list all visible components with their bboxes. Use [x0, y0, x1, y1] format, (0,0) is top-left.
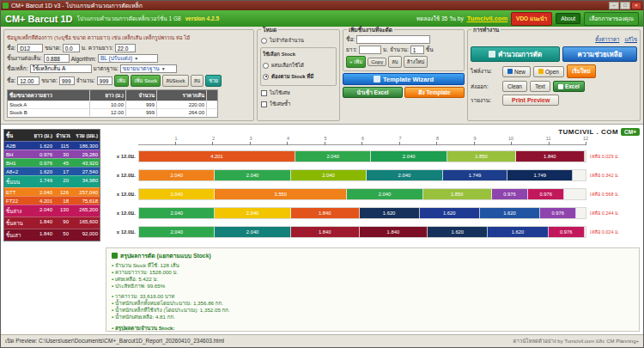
- piece-row[interactable]: A2B1.620115186,300: [4, 141, 100, 150]
- piece-qty-input[interactable]: [410, 46, 424, 54]
- table-row[interactable]: Stock A10.00999220.00: [8, 101, 217, 108]
- piece-add-button[interactable]: + เพิ่ม: [346, 56, 366, 68]
- bar-segment[interactable]: 1.840: [516, 151, 585, 162]
- steel-length-input[interactable]: [115, 44, 136, 52]
- checkbox-icon[interactable]: [261, 101, 267, 107]
- bar-segment[interactable]: 0.976: [549, 227, 585, 237]
- standard-select[interactable]: ขยายมาตรฐาน ▼: [120, 64, 177, 73]
- no-scrap-option[interactable]: ไม่ใช้เศษ: [261, 89, 336, 97]
- reuse-scrap-option[interactable]: ใช้เศษซ้ำ: [261, 100, 336, 108]
- bar-segment[interactable]: 2.040: [215, 227, 290, 237]
- vdo-button[interactable]: VDO แนะนำ: [511, 12, 552, 26]
- bar-segment[interactable]: 2.040: [139, 208, 215, 218]
- mode-option-mixed[interactable]: ผสมเลือกใช้ได้: [263, 61, 334, 70]
- piece-clear-button[interactable]: ล้างใหม่: [404, 56, 428, 68]
- mode-option-strict[interactable]: ต้องตาม Stock ที่มี: [263, 72, 334, 81]
- minimize-button[interactable]: –: [609, 2, 619, 9]
- bar-segment[interactable]: 0.976: [540, 208, 576, 218]
- steel-name-input[interactable]: [17, 44, 43, 52]
- template-wizard-button[interactable]: Template Wizard: [343, 73, 465, 85]
- text-export-button[interactable]: Text: [530, 81, 550, 92]
- add-stock-button[interactable]: เพิ่ม Stock: [131, 75, 161, 87]
- bar-segment[interactable]: 2.040: [215, 208, 290, 218]
- reset-button[interactable]: เริ่มใหม่: [567, 64, 596, 78]
- stock-qty-input[interactable]: [97, 76, 112, 85]
- about-button[interactable]: About: [556, 13, 580, 24]
- bar-segment[interactable]: 1.620: [360, 208, 420, 218]
- pull-template-button[interactable]: ดึง Template: [404, 87, 465, 98]
- piece-row[interactable]: ชิ้นล่าง2.040130265,200: [4, 205, 100, 217]
- piece-row[interactable]: BH10.9764543,920: [4, 158, 100, 167]
- price-settings-link[interactable]: ตั้งค่าราคา: [595, 35, 619, 44]
- bar-segment[interactable]: 2.040: [139, 170, 215, 180]
- bar-track[interactable]: 2.0403.5502.0401.8500.9760.976: [138, 188, 586, 200]
- bar-track[interactable]: 2.0402.0401.8401.8401.6201.6200.976: [138, 226, 586, 238]
- piece-row[interactable]: FT224.2011875,618: [4, 196, 100, 205]
- print-preview-button[interactable]: Print Preview: [502, 95, 559, 106]
- open-button[interactable]: Open: [533, 66, 564, 77]
- radio-icon[interactable]: [263, 63, 269, 69]
- piece-row[interactable]: ชิ้นคาน1.84090165,600: [4, 217, 100, 229]
- piece-delete-button[interactable]: ลบ: [388, 56, 402, 68]
- bar-segment[interactable]: 0.976: [528, 189, 564, 199]
- edit-link[interactable]: แก้ไข: [624, 35, 637, 44]
- bar-segment[interactable]: 1.749: [507, 170, 573, 180]
- piece-copy-button[interactable]: Copy: [368, 58, 386, 66]
- bar-segment[interactable]: 1.620: [480, 208, 540, 218]
- stock-name-input[interactable]: [17, 76, 39, 85]
- close-button[interactable]: ×: [631, 2, 641, 9]
- piece-row[interactable]: ชิ้นเสา1.8405092,000: [4, 229, 100, 241]
- bar-segment[interactable]: 4.201: [139, 151, 295, 162]
- bar-segment[interactable]: 3.550: [215, 189, 347, 199]
- new-button[interactable]: New: [502, 66, 531, 77]
- bar-segment[interactable]: 1.620: [428, 227, 488, 237]
- piece-row[interactable]: BH0.9763029,280: [4, 150, 100, 158]
- bar-track[interactable]: 2.0402.0402.0402.0401.7491.749: [138, 169, 586, 181]
- steel-size-input[interactable]: [63, 44, 80, 52]
- table-row[interactable]: Stock B12.00999264.00: [8, 108, 217, 116]
- clean-button[interactable]: Clean: [502, 81, 527, 92]
- steel-group-input[interactable]: [30, 64, 92, 73]
- piece-name-input[interactable]: [356, 35, 430, 44]
- piece-row[interactable]: ETT2.040126257,040: [4, 187, 100, 196]
- bar-segment[interactable]: 1.620: [488, 227, 548, 237]
- bar-segment[interactable]: 0.976: [492, 189, 528, 199]
- radio-selected-icon[interactable]: [263, 74, 269, 80]
- bar-segment[interactable]: 1.850: [447, 151, 516, 162]
- bar-segment[interactable]: 1.749: [443, 170, 508, 180]
- checkbox-icon[interactable]: [261, 90, 267, 96]
- bar-segment[interactable]: 2.040: [139, 189, 215, 199]
- help-big-button[interactable]: ความช่วยเหลือ: [562, 46, 637, 62]
- cm-plus-badge[interactable]: CM+: [621, 128, 640, 136]
- calculate-button[interactable]: คำนวณการตัด: [471, 46, 560, 62]
- bar-segment[interactable]: 2.040: [371, 151, 447, 162]
- excel-export-button[interactable]: Excel: [553, 81, 585, 92]
- bar-segment[interactable]: 2.040: [291, 170, 367, 180]
- help-button[interactable]: ช่วย: [205, 75, 222, 87]
- mode-option-unlimited[interactable]: ไม่จำกัดจำนวน: [261, 36, 336, 45]
- bar-segment[interactable]: 1.850: [423, 189, 492, 199]
- piece-length-input[interactable]: [359, 46, 381, 54]
- bar-segment[interactable]: 1.840: [291, 208, 360, 218]
- bar-segment[interactable]: 1.840: [360, 227, 428, 237]
- import-excel-button[interactable]: นำเข้า Excel: [343, 87, 403, 98]
- status-file-path[interactable]: เปิด Preview: C:\Users\user\Documents\CM…: [5, 337, 224, 345]
- delete-stock-button[interactable]: ลบStock: [162, 75, 189, 87]
- stock-size-input[interactable]: [59, 76, 75, 85]
- bar-track[interactable]: 4.2012.0402.0401.8501.840: [138, 150, 586, 162]
- algorithm-select[interactable]: BL (ปรับแต่ง) ▼: [98, 54, 158, 63]
- bar-segment[interactable]: 2.040: [295, 151, 371, 162]
- bar-track[interactable]: 2.0402.0401.8401.6201.6201.6200.976: [138, 207, 586, 219]
- bar-segment[interactable]: 1.840: [291, 227, 360, 237]
- language-button[interactable]: เลือกภาษาของคุณ: [584, 12, 639, 26]
- maximize-button[interactable]: □: [620, 2, 630, 9]
- add-button[interactable]: เพิ่ม: [114, 75, 130, 87]
- bar-segment[interactable]: 1.620: [420, 208, 480, 218]
- brand-link[interactable]: Tumcivil.com: [467, 15, 507, 22]
- piece-row[interactable]: ชิ้นบน1.7492034,980: [4, 175, 100, 187]
- bar-segment[interactable]: 2.040: [139, 227, 215, 237]
- delete-button[interactable]: ลบ: [191, 75, 204, 87]
- bar-segment[interactable]: 2.040: [215, 170, 290, 180]
- radio-icon[interactable]: [261, 38, 267, 44]
- bar-segment[interactable]: 2.040: [347, 189, 422, 199]
